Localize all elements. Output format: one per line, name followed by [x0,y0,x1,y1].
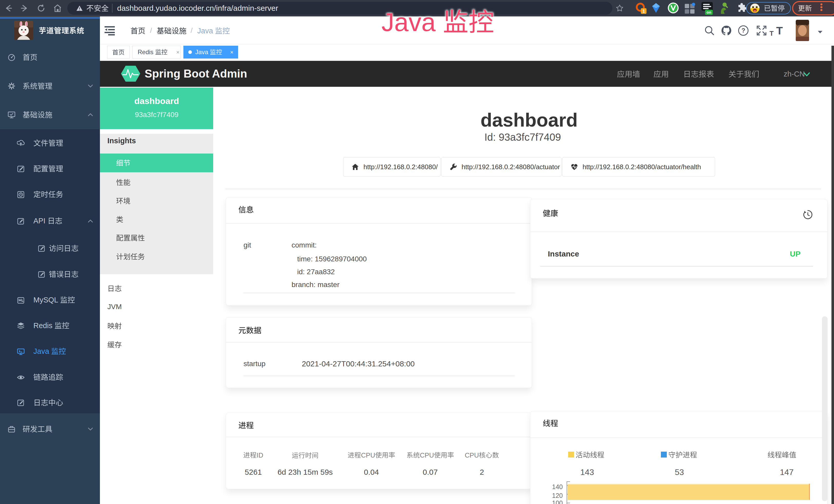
svg-text:1: 1 [642,9,645,14]
svg-text:on: on [707,10,711,15]
svg-text:?: ? [742,27,745,34]
